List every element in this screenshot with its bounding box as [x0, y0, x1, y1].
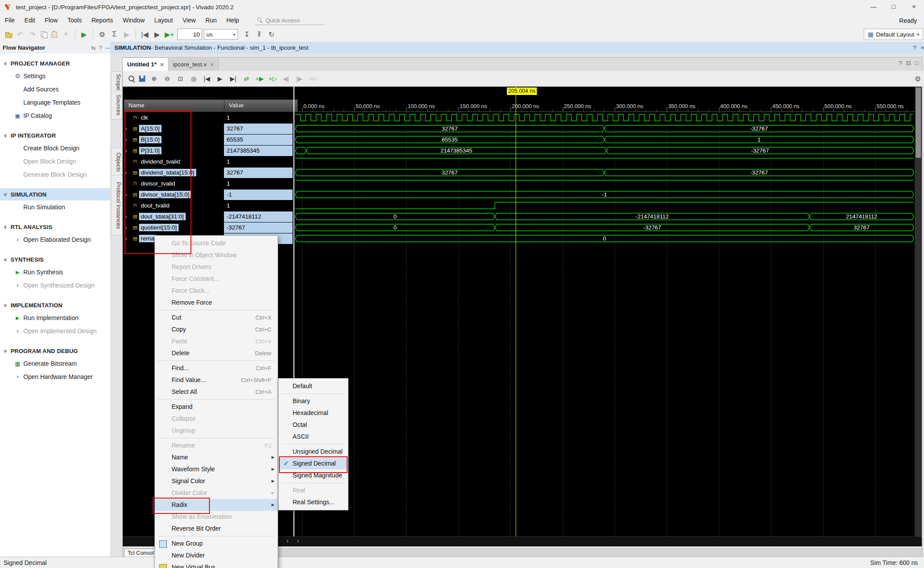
signal-row-dividend-tdata-15-0[interactable]: ›▤dividend_tdata[15:0] — [123, 167, 224, 178]
run-all-icon[interactable]: ▶ — [152, 29, 162, 40]
signal-row-p-31-0[interactable]: ›▤P[31:0] — [123, 145, 224, 156]
value-row-dividend-tvalid[interactable]: 1 — [224, 156, 293, 167]
copy-icon[interactable] — [40, 30, 48, 39]
sum-icon[interactable]: Σ — [109, 29, 120, 40]
side-tab-objects[interactable]: Objects — [111, 148, 122, 177]
previous-transition-icon[interactable]: ◀| — [280, 73, 292, 84]
time-cursor[interactable] — [516, 87, 516, 536]
side-tab-protocol-instances[interactable]: Protocol Instances — [111, 175, 122, 236]
name-column-header[interactable]: Name — [124, 99, 228, 112]
expand-icon[interactable]: › — [125, 192, 131, 198]
flow-item-run-synthesis[interactable]: ▶Run Synthesis — [0, 266, 110, 279]
zoom-fit-icon[interactable]: ⊡ — [175, 73, 186, 84]
search-icon[interactable] — [127, 74, 136, 83]
swap-cursors-icon[interactable]: ⊣⊢ — [307, 73, 318, 84]
open-file-icon[interactable] — [4, 30, 13, 39]
flow-section-header-implementation[interactable]: ∨IMPLEMENTATION — [0, 299, 110, 311]
menu-reports[interactable]: Reports — [87, 14, 118, 27]
menu-run[interactable]: Run — [201, 14, 222, 27]
zoom-in-icon[interactable]: ⊕ — [148, 73, 160, 84]
signal-row-b-15-0[interactable]: ›▤B[15:0] — [123, 134, 224, 145]
menu-item-name[interactable]: Name▶ — [155, 451, 278, 463]
signal-row-dout-tvalid[interactable]: ⊓dout_tvalid — [123, 200, 224, 211]
log-icon[interactable]: ↧ — [242, 29, 252, 40]
time-unit-select[interactable]: us ▾ — [204, 29, 238, 40]
flow-item-create-block-design[interactable]: Create Block Design — [0, 142, 110, 155]
restart-icon[interactable]: |◀ — [139, 29, 150, 40]
radix-item-binary[interactable]: Binary — [279, 395, 348, 407]
menu-item-signal-color[interactable]: Signal Color▶ — [155, 475, 278, 487]
flow-item-language-templates[interactable]: Language Templates — [0, 96, 110, 109]
menu-item-cut[interactable]: CutCtrl+X — [155, 312, 278, 324]
flow-item-settings[interactable]: ⚙Settings — [0, 69, 110, 83]
run-for-icon[interactable]: ▶+ — [164, 29, 175, 40]
close-icon[interactable]: × — [160, 61, 164, 68]
float-window-icon[interactable]: ⊡ — [906, 60, 911, 66]
run-for-icon[interactable]: +▶ — [254, 73, 265, 84]
tab-ipcore-test-v[interactable]: ipcore_test.v× — [169, 58, 219, 71]
menu-item-waveform-style[interactable]: Waveform Style▶ — [155, 463, 278, 475]
delete-icon[interactable]: × — [61, 29, 71, 40]
undo-icon[interactable]: ↶ — [15, 29, 26, 40]
redo-icon[interactable]: ↷ — [27, 29, 38, 40]
side-tab-sources[interactable]: Sources — [111, 91, 122, 120]
help-icon[interactable]: ? — [899, 60, 902, 66]
run-icon[interactable]: ▶ — [79, 29, 89, 40]
help-icon[interactable]: ? — [97, 45, 104, 51]
flow-section-header-project-manager[interactable]: ∨PROJECT MANAGER — [0, 57, 110, 69]
next-transition-icon[interactable]: |▶ — [293, 73, 305, 84]
time-ruler[interactable]: 0.000 ns50.000 ns100.000 ns150.000 ns200… — [294, 87, 915, 112]
value-row-divisor-tdata-15-0[interactable]: -1 — [224, 189, 293, 200]
value-row-clk[interactable]: 1 — [224, 112, 293, 123]
menu-window[interactable]: Window — [118, 14, 150, 27]
flow-item-open-elaborated-design[interactable]: ›Open Elaborated Design — [0, 233, 110, 246]
signal-row-quotient-15-0[interactable]: ›▤quotient[15:0] — [123, 222, 224, 233]
tab-untitled-1[interactable]: Untitled 1*× — [123, 58, 169, 71]
menu-item-radix[interactable]: Radix▶ — [155, 499, 278, 511]
menu-help[interactable]: Help — [222, 14, 244, 27]
menu-item-select-all[interactable]: Select AllCtrl+A — [155, 386, 278, 398]
expand-icon[interactable]: › — [125, 148, 131, 154]
wave-settings-gear-icon[interactable]: ⚙ — [915, 75, 921, 83]
relaunch-sim-icon[interactable]: ↻ — [266, 29, 277, 40]
radix-item-signed-magnitude[interactable]: Signed Magnitude — [279, 470, 348, 481]
pause-icon[interactable]: ‖ — [254, 29, 264, 40]
flow-item-generate-bitstream[interactable]: ▦Generate Bitstream — [0, 357, 110, 370]
close-button[interactable]: × — [904, 0, 924, 14]
quick-access-search[interactable]: Quick Access — [255, 16, 325, 25]
flow-item-open-implemented-design[interactable]: ›Open Implemented Design — [0, 324, 110, 338]
radix-item-ascii[interactable]: ASCII — [279, 431, 348, 443]
expand-icon[interactable]: › — [13, 237, 22, 243]
menu-item-new-virtual-bus[interactable]: New Virtual Bus — [155, 561, 278, 568]
flow-item-run-implementation[interactable]: ▶Run Implementation — [0, 311, 110, 324]
flow-item-open-hardware-manager[interactable]: ›Open Hardware Manager — [0, 370, 110, 383]
menu-item-find-value[interactable]: Find Value...Ctrl+Shift+F — [155, 374, 278, 386]
maximize-panel-icon[interactable]: □ — [915, 60, 918, 66]
value-row-p-31-0[interactable]: 2147385345 — [224, 145, 293, 156]
value-row-b-15-0[interactable]: 65535 — [224, 134, 293, 145]
close-icon[interactable]: × — [920, 44, 924, 51]
maximize-button[interactable]: □ — [884, 0, 904, 14]
expand-icon[interactable]: › — [125, 137, 131, 143]
expand-icon[interactable]: › — [125, 126, 131, 132]
flow-item-generate-block-design[interactable]: Generate Block Design — [0, 168, 110, 181]
menu-item-find[interactable]: Find...Ctrl+F — [155, 362, 278, 374]
paste-icon[interactable] — [50, 30, 59, 39]
value-column-header[interactable]: Value — [224, 99, 298, 112]
menu-tools[interactable]: Tools — [62, 14, 87, 27]
flow-item-ip-catalog[interactable]: ▣IP Catalog — [0, 109, 110, 122]
go-to-end-icon[interactable]: ▶| — [227, 73, 239, 84]
radix-item-real-settings[interactable]: Real Settings... — [279, 496, 348, 508]
menu-item-expand[interactable]: Expand — [155, 401, 278, 413]
run-all-icon[interactable]: ▶ — [214, 73, 226, 84]
menu-view[interactable]: View — [178, 14, 201, 27]
waveform-canvas[interactable]: 0.000 ns50.000 ns100.000 ns150.000 ns200… — [294, 87, 915, 536]
value-row-dout-tdata-31-0[interactable]: -2147418112 — [224, 211, 293, 222]
menu-item-new-divider[interactable]: New Divider — [155, 550, 278, 561]
expand-icon[interactable]: › — [125, 236, 131, 242]
zoom-to-cursor-icon[interactable]: ◎ — [188, 73, 199, 84]
vertical-scrollbar[interactable] — [915, 87, 922, 536]
menu-item-copy[interactable]: CopyCtrl+C — [155, 324, 278, 335]
radix-item-octal[interactable]: Octal — [279, 419, 348, 431]
step-icon[interactable]: ▶ — [121, 29, 132, 40]
